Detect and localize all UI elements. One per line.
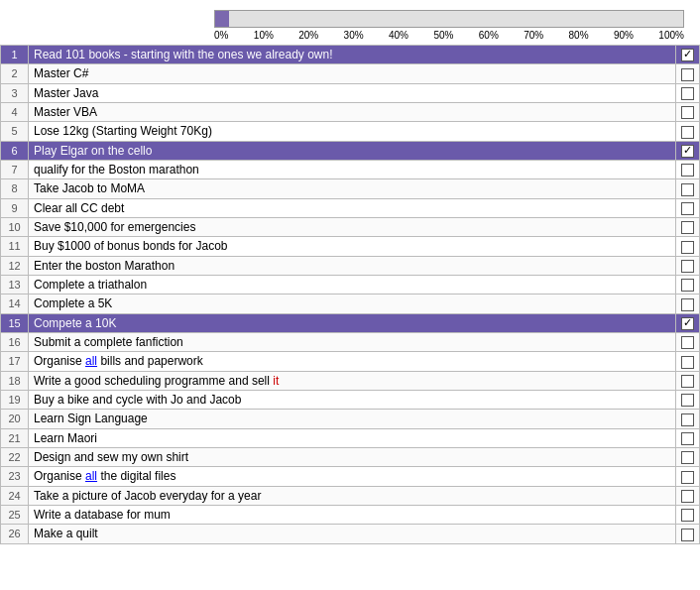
label-30: 30% bbox=[344, 30, 364, 41]
row-checkbox-cell[interactable] bbox=[676, 122, 700, 141]
row-checkbox-cell[interactable] bbox=[676, 256, 700, 275]
row-checkbox-cell[interactable] bbox=[676, 371, 700, 390]
progress-section: 0% 10% 20% 30% 40% 50% 60% 70% 80% 90% 1… bbox=[206, 4, 692, 43]
checkbox[interactable] bbox=[681, 432, 694, 445]
row-checkbox-cell[interactable] bbox=[676, 275, 700, 294]
checkbox[interactable] bbox=[681, 298, 694, 311]
row-number: 24 bbox=[1, 486, 29, 505]
checkbox[interactable] bbox=[681, 87, 694, 100]
checkbox[interactable] bbox=[681, 375, 694, 388]
row-checkbox-cell[interactable] bbox=[676, 102, 700, 121]
checkbox[interactable] bbox=[681, 336, 694, 349]
row-number: 18 bbox=[1, 371, 29, 390]
row-checkbox-cell[interactable] bbox=[676, 410, 700, 428]
checkbox[interactable] bbox=[681, 394, 694, 407]
checkbox[interactable] bbox=[681, 183, 694, 196]
checkbox[interactable] bbox=[681, 202, 694, 215]
row-number: 22 bbox=[1, 447, 29, 466]
checkbox[interactable] bbox=[681, 49, 694, 61]
table-row: 8Take Jacob to MoMA bbox=[1, 179, 700, 198]
row-task: qualify for the Boston marathon bbox=[29, 160, 676, 178]
progress-bar-container bbox=[214, 10, 684, 28]
table-row: 26Make a quilt bbox=[1, 525, 700, 543]
checkbox[interactable] bbox=[681, 471, 694, 484]
checkbox[interactable] bbox=[681, 529, 694, 541]
row-number: 7 bbox=[1, 160, 29, 178]
row-task: Learn Maori bbox=[29, 428, 676, 447]
row-checkbox-cell[interactable] bbox=[676, 179, 700, 198]
row-task: Write a good scheduling programme and se… bbox=[29, 371, 676, 390]
row-task: Master C# bbox=[29, 64, 676, 83]
table-row: 17Organise all bills and paperwork bbox=[1, 352, 700, 371]
row-checkbox-cell[interactable] bbox=[676, 352, 700, 371]
header-section: 0% 10% 20% 30% 40% 50% 60% 70% 80% 90% 1… bbox=[0, 0, 700, 45]
row-task: Submit a complete fanfiction bbox=[29, 332, 676, 351]
row-checkbox-cell[interactable] bbox=[676, 390, 700, 409]
checkbox[interactable] bbox=[681, 106, 694, 119]
checkbox[interactable] bbox=[681, 221, 694, 234]
progress-bar-fill bbox=[215, 11, 229, 27]
row-number: 1 bbox=[1, 46, 29, 64]
row-number: 12 bbox=[1, 256, 29, 275]
row-task: Design and sew my own shirt bbox=[29, 447, 676, 466]
checkbox[interactable] bbox=[681, 68, 694, 81]
table-row: 21Learn Maori bbox=[1, 428, 700, 447]
checkbox[interactable] bbox=[681, 241, 694, 254]
row-checkbox-cell[interactable] bbox=[676, 160, 700, 178]
row-checkbox-cell[interactable] bbox=[676, 141, 700, 160]
table-row: 2Master C# bbox=[1, 64, 700, 83]
checkbox[interactable] bbox=[681, 413, 694, 426]
row-number: 2 bbox=[1, 64, 29, 83]
row-checkbox-cell[interactable] bbox=[676, 467, 700, 486]
row-number: 19 bbox=[1, 390, 29, 409]
checkbox[interactable] bbox=[681, 317, 694, 330]
row-checkbox-cell[interactable] bbox=[676, 428, 700, 447]
row-task: Lose 12kg (Starting Weight 70Kg) bbox=[29, 122, 676, 141]
row-checkbox-cell[interactable] bbox=[676, 447, 700, 466]
row-checkbox-cell[interactable] bbox=[676, 198, 700, 217]
row-checkbox-cell[interactable] bbox=[676, 295, 700, 313]
row-checkbox-cell[interactable] bbox=[676, 237, 700, 256]
checkbox[interactable] bbox=[681, 164, 694, 177]
row-task: Make a quilt bbox=[29, 525, 676, 543]
row-checkbox-cell[interactable] bbox=[676, 83, 700, 102]
checkbox[interactable] bbox=[681, 279, 694, 292]
row-checkbox-cell[interactable] bbox=[676, 525, 700, 543]
label-70: 70% bbox=[524, 30, 543, 41]
checkbox[interactable] bbox=[681, 451, 694, 464]
row-number: 3 bbox=[1, 83, 29, 102]
checkbox[interactable] bbox=[681, 145, 694, 158]
label-40: 40% bbox=[389, 30, 408, 41]
row-checkbox-cell[interactable] bbox=[676, 64, 700, 83]
row-checkbox-cell[interactable] bbox=[676, 486, 700, 505]
row-task: Organise all bills and paperwork bbox=[29, 352, 676, 371]
row-number: 17 bbox=[1, 352, 29, 371]
row-checkbox-cell[interactable] bbox=[676, 313, 700, 332]
task-table-container: 1Read 101 books - starting with the ones… bbox=[0, 45, 700, 544]
row-task: Take a picture of Jacob everyday for a y… bbox=[29, 486, 676, 505]
row-number: 21 bbox=[1, 428, 29, 447]
label-60: 60% bbox=[479, 30, 499, 41]
row-number: 15 bbox=[1, 313, 29, 332]
row-number: 8 bbox=[1, 179, 29, 198]
row-task: Read 101 books - starting with the ones … bbox=[29, 46, 676, 64]
checkbox[interactable] bbox=[681, 490, 694, 503]
checkbox[interactable] bbox=[681, 126, 694, 139]
row-number: 6 bbox=[1, 141, 29, 160]
checkbox[interactable] bbox=[681, 356, 694, 369]
checkbox[interactable] bbox=[681, 509, 694, 522]
row-task: Play Elgar on the cello bbox=[29, 141, 676, 160]
table-row: 25Write a database for mum bbox=[1, 505, 700, 524]
row-checkbox-cell[interactable] bbox=[676, 217, 700, 236]
row-number: 9 bbox=[1, 198, 29, 217]
label-80: 80% bbox=[569, 30, 589, 41]
checkbox[interactable] bbox=[681, 260, 694, 273]
label-90: 90% bbox=[614, 30, 634, 41]
progress-labels: 0% 10% 20% 30% 40% 50% 60% 70% 80% 90% 1… bbox=[214, 30, 684, 41]
row-checkbox-cell[interactable] bbox=[676, 46, 700, 64]
row-number: 16 bbox=[1, 332, 29, 351]
row-checkbox-cell[interactable] bbox=[676, 332, 700, 351]
table-row: 10Save $10,000 for emergencies bbox=[1, 217, 700, 236]
row-checkbox-cell[interactable] bbox=[676, 505, 700, 524]
row-task: Organise all the digital files bbox=[29, 467, 676, 486]
